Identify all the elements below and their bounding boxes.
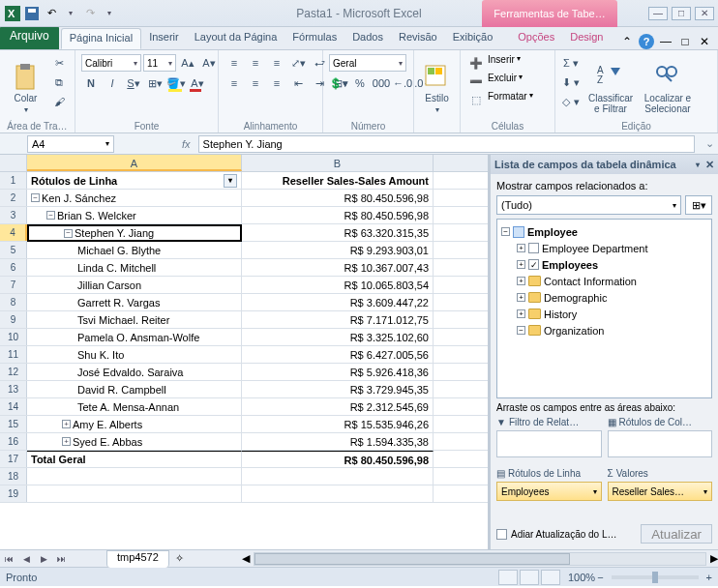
sheet-tab[interactable]: tmp4572 <box>106 550 169 568</box>
hscroll-track[interactable] <box>254 552 706 566</box>
row-header[interactable]: 2 <box>0 190 27 206</box>
number-format-combo[interactable]: Geral <box>329 54 406 72</box>
row-header[interactable]: 3 <box>0 207 27 223</box>
row-header[interactable]: 17 <box>0 451 27 467</box>
grand-total-label[interactable]: Total Geral <box>27 451 242 467</box>
pivot-value-cell[interactable]: R$ 1.594.335,38 <box>242 433 434 450</box>
tree-node-emp-dept[interactable]: +Employee Department <box>499 240 709 256</box>
tab-insert[interactable]: Inserir <box>141 28 187 49</box>
area-filter-box[interactable] <box>496 430 602 457</box>
pivot-row-label[interactable]: −Brian S. Welcker <box>27 207 242 223</box>
empty-cell[interactable] <box>27 468 242 485</box>
font-name-combo[interactable]: Calibri <box>81 54 141 72</box>
qat-customize[interactable] <box>101 5 118 22</box>
align-bottom-icon[interactable]: ≡ <box>267 54 286 72</box>
pivot-value-cell[interactable]: R$ 7.171.012,75 <box>242 311 434 328</box>
pivot-value-cell[interactable]: R$ 3.729.945,35 <box>242 381 434 397</box>
filter-dropdown-icon[interactable]: ▾ <box>224 174 237 188</box>
column-header-a[interactable]: A <box>27 155 242 171</box>
row-header[interactable]: 19 <box>0 485 27 502</box>
tree-node-history[interactable]: +History <box>499 306 709 322</box>
tab-last-icon[interactable]: ⏭ <box>52 554 70 564</box>
column-header-b[interactable]: B <box>242 155 434 171</box>
empty-cell[interactable] <box>27 485 242 502</box>
help-icon[interactable]: ? <box>639 34 654 49</box>
percent-icon[interactable]: % <box>350 74 370 92</box>
row-header[interactable]: 13 <box>0 381 27 397</box>
row-header[interactable]: 11 <box>0 346 27 363</box>
row-header[interactable]: 8 <box>0 294 27 310</box>
pivot-value-cell[interactable]: R$ 9.293.903,01 <box>242 242 434 258</box>
increase-decimal-icon[interactable]: ←.0 <box>393 74 412 92</box>
bold-icon[interactable]: N <box>81 74 101 92</box>
expand-formula-bar-icon[interactable]: ⌄ <box>701 137 718 150</box>
pivot-row-label[interactable]: José Edvaldo. Saraiva <box>27 364 242 380</box>
styles-button[interactable]: Estilo▾ <box>420 54 454 114</box>
pivot-row-label[interactable]: Jillian Carson <box>27 277 242 293</box>
insert-cells-label[interactable]: Inserir <box>488 54 515 72</box>
tab-view[interactable]: Exibição <box>445 28 501 49</box>
row-header[interactable]: 12 <box>0 364 27 380</box>
row-header[interactable]: 6 <box>0 259 27 276</box>
pivot-row-label[interactable]: +Amy E. Alberts <box>27 416 242 432</box>
pivot-value-cell[interactable]: R$ 80.450.596,98 <box>242 190 434 206</box>
pivot-row-labels-header[interactable]: Rótulos de Linha ▾ <box>27 172 242 189</box>
tree-node-contact[interactable]: +Contact Information <box>499 273 709 289</box>
format-cells-label[interactable]: Formatar <box>488 91 527 108</box>
value-field-chip[interactable]: Reseller Sales…▾ <box>608 482 713 501</box>
row-field-chip[interactable]: Employees▾ <box>496 482 602 501</box>
view-layout-icon[interactable] <box>520 570 539 585</box>
tree-node-organization[interactable]: −Organization <box>499 322 709 338</box>
row-header[interactable]: 9 <box>0 311 27 328</box>
pivot-row-label[interactable]: David R. Campbell <box>27 381 242 397</box>
pivot-value-header[interactable]: Reseller Sales-Sales Amount <box>242 172 434 189</box>
pivot-value-cell[interactable]: R$ 2.312.545,69 <box>242 398 434 415</box>
delete-cells-icon[interactable]: ➖ <box>466 73 486 90</box>
pivot-value-cell[interactable]: R$ 3.609.447,22 <box>242 294 434 310</box>
expand-icon[interactable]: + <box>62 420 71 428</box>
undo-dropdown[interactable] <box>62 5 79 22</box>
grand-total-value[interactable]: R$ 80.450.596,98 <box>242 451 434 467</box>
format-cells-icon[interactable]: ⬚ <box>466 91 486 108</box>
zoom-slider[interactable] <box>612 575 699 579</box>
clear-icon[interactable]: ◇ ▾ <box>561 93 581 110</box>
row-header[interactable]: 1 <box>0 172 27 189</box>
fx-icon[interactable]: fx <box>182 138 191 150</box>
undo-icon[interactable]: ↶ <box>43 5 60 22</box>
pivot-value-cell[interactable]: R$ 10.065.803,54 <box>242 277 434 293</box>
fill-icon[interactable]: ⬇ ▾ <box>561 74 581 91</box>
align-middle-icon[interactable]: ≡ <box>246 54 265 72</box>
new-sheet-icon[interactable]: ✧ <box>175 552 184 565</box>
decrease-indent-icon[interactable]: ⇤ <box>288 74 308 92</box>
font-size-combo[interactable]: 11 <box>143 54 176 72</box>
row-header[interactable]: 10 <box>0 329 27 345</box>
shrink-font-icon[interactable]: A▾ <box>199 54 219 72</box>
row-header[interactable]: 5 <box>0 242 27 258</box>
tree-node-demographic[interactable]: +Demographic <box>499 289 709 306</box>
tab-home[interactable]: Página Inicial <box>61 28 141 49</box>
pivot-value-cell[interactable]: R$ 6.427.005,56 <box>242 346 434 363</box>
pivot-row-label[interactable]: Garrett R. Vargas <box>27 294 242 310</box>
doc-close-icon[interactable]: ✕ <box>697 34 712 49</box>
doc-minimize-icon[interactable]: — <box>658 34 673 49</box>
view-pagebreak-icon[interactable] <box>541 570 560 585</box>
sort-filter-button[interactable]: AZ Classificar e Filtrar <box>584 54 637 114</box>
pivot-row-label[interactable]: Shu K. Ito <box>27 346 242 363</box>
copy-icon[interactable]: ⧉ <box>49 74 69 91</box>
font-color-icon[interactable]: A▾ <box>188 74 207 92</box>
find-select-button[interactable]: Localizar e Selecionar <box>641 54 695 114</box>
formula-bar[interactable]: Stephen Y. Jiang <box>198 135 695 153</box>
hscroll-right-icon[interactable]: ▶ <box>710 552 718 565</box>
tab-design[interactable]: Design <box>562 28 611 49</box>
align-top-icon[interactable]: ≡ <box>224 54 244 72</box>
tab-review[interactable]: Revisão <box>391 28 445 49</box>
row-header[interactable]: 16 <box>0 433 27 450</box>
pivot-row-label[interactable]: Tete A. Mensa-Annan <box>27 398 242 415</box>
doc-restore-icon[interactable]: □ <box>677 34 693 49</box>
view-normal-icon[interactable] <box>498 570 518 585</box>
redo-icon[interactable]: ↷ <box>81 5 99 22</box>
pivot-value-cell[interactable]: R$ 63.320.315,35 <box>242 224 434 241</box>
defer-checkbox[interactable] <box>496 529 507 540</box>
pane-close-icon[interactable]: ✕ <box>705 159 714 171</box>
tab-next-icon[interactable]: ▶ <box>35 554 52 564</box>
